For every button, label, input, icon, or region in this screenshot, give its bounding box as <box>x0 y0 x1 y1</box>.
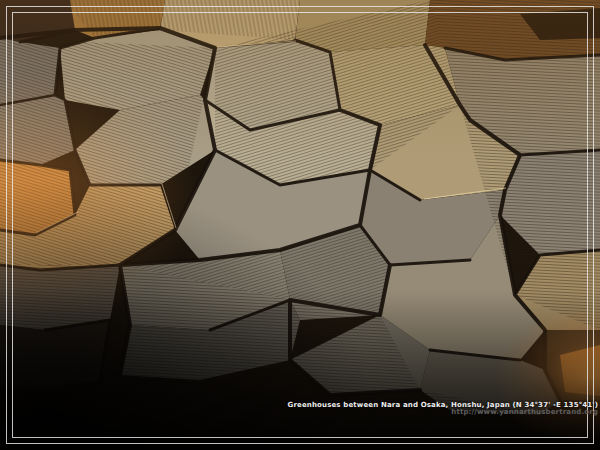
aerial-photo-greenhouses <box>0 0 600 450</box>
photo-caption: Greenhouses between Nara and Osaka, Hons… <box>287 401 598 416</box>
wallpaper: Greenhouses between Nara and Osaka, Hons… <box>0 0 600 450</box>
caption-url: http://www.yannarthusbertrand.org <box>287 409 598 416</box>
